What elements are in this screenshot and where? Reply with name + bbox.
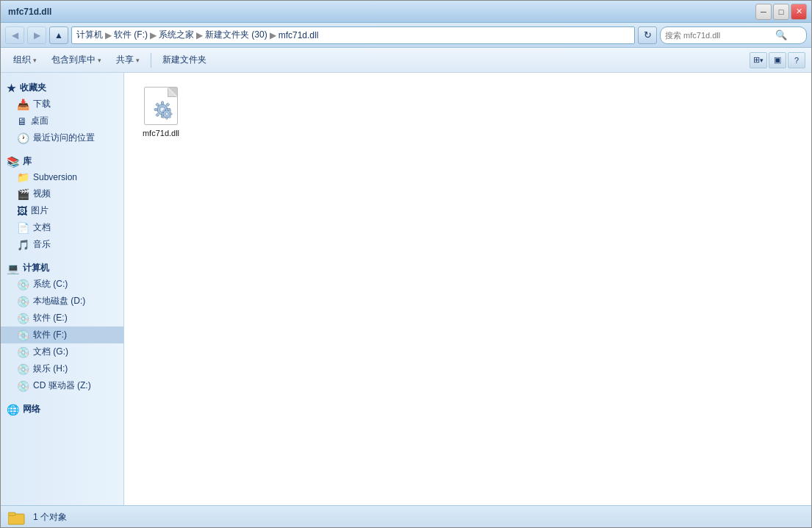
sidebar-item-recent[interactable]: 🕐 最近访问的位置	[1, 129, 123, 146]
forward-button[interactable]: ▶	[27, 26, 46, 44]
window-controls: ─ □ ✕	[755, 4, 807, 20]
library-label: 库	[23, 155, 32, 168]
desktop-icon: 🖥	[17, 115, 27, 127]
breadcrumb-folder1[interactable]: 系统之家	[159, 29, 194, 41]
network-label: 网络	[23, 403, 40, 415]
pane-button[interactable]: ▣	[769, 52, 786, 68]
sidebar: ★ 收藏夹 📥 下载 🖥 桌面 🕐 最近访问的位置 📚 库 📁 Subversi…	[1, 73, 124, 505]
include-library-button[interactable]: 包含到库中 ▾	[45, 51, 108, 69]
sidebar-item-video[interactable]: 🎬 视频	[1, 185, 123, 202]
gear-icon	[148, 96, 176, 123]
sidebar-item-g[interactable]: 💿 文档 (G:)	[1, 343, 123, 360]
breadcrumb[interactable]: 计算机 ▶ 软件 (F:) ▶ 系统之家 ▶ 新建文件夹 (30) ▶ mfc7…	[71, 26, 635, 44]
svg-rect-2	[162, 101, 164, 104]
drive-z-label: CD 驱动器 (Z:)	[33, 379, 91, 392]
video-label: 视频	[33, 188, 51, 200]
sidebar-item-h[interactable]: 💿 娱乐 (H:)	[1, 360, 123, 377]
refresh-button[interactable]: ↻	[638, 26, 657, 44]
sidebar-item-pictures[interactable]: 🖼 图片	[1, 202, 123, 219]
file-area: mfc71d.dll	[124, 73, 811, 505]
favorites-label: 收藏夹	[20, 82, 46, 94]
statusbar-folder-icon	[8, 510, 26, 525]
share-button[interactable]: 共享 ▾	[109, 51, 146, 69]
main-area: ★ 收藏夹 📥 下载 🖥 桌面 🕐 最近访问的位置 📚 库 📁 Subversi…	[1, 73, 811, 505]
view-icon-button[interactable]: ⊞ ▾	[750, 52, 767, 68]
breadcrumb-folder2[interactable]: 新建文件夹 (30)	[205, 29, 267, 41]
titlebar: mfc71d.dll ─ □ ✕	[1, 1, 811, 23]
file-item-mfc71d[interactable]: mfc71d.dll	[132, 80, 190, 143]
drive-h-label: 娱乐 (H:)	[33, 363, 68, 375]
network-header: 🌐 网络	[1, 400, 123, 417]
drive-f-label: 软件 (F:)	[33, 329, 67, 341]
status-text: 1 个对象	[33, 511, 67, 524]
music-icon: 🎵	[17, 239, 29, 251]
sidebar-item-docs[interactable]: 📄 文档	[1, 219, 123, 236]
desktop-label: 桌面	[31, 115, 48, 127]
pictures-icon: 🖼	[17, 205, 27, 217]
drive-c-label: 系统 (C:)	[33, 278, 68, 290]
sidebar-item-e[interactable]: 💿 软件 (E:)	[1, 310, 123, 327]
breadcrumb-current[interactable]: mfc71d.dll	[279, 30, 319, 40]
divider1	[1, 146, 123, 152]
download-label: 下载	[33, 98, 51, 110]
breadcrumb-drive[interactable]: 软件 (F:)	[114, 29, 148, 41]
sidebar-item-music[interactable]: 🎵 音乐	[1, 236, 123, 253]
sidebar-item-download[interactable]: 📥 下载	[1, 96, 123, 113]
drive-f-icon: 💿	[17, 329, 29, 341]
divider2	[1, 253, 123, 259]
close-button[interactable]: ✕	[791, 4, 807, 20]
drive-g-label: 文档 (G:)	[33, 346, 68, 358]
svg-rect-13	[166, 117, 168, 119]
computer-header: 💻 计算机	[1, 259, 123, 276]
up-button[interactable]: ▲	[49, 26, 68, 44]
toolbar: 组织 ▾ 包含到库中 ▾ 共享 ▾ 新建文件夹 ⊞ ▾ ▣ ?	[1, 48, 811, 73]
maximize-button[interactable]: □	[773, 4, 789, 20]
docs-icon: 📄	[17, 222, 29, 234]
minimize-button[interactable]: ─	[755, 4, 772, 20]
svg-point-11	[165, 113, 168, 115]
drive-e-icon: 💿	[17, 313, 29, 324]
music-label: 音乐	[33, 238, 51, 251]
drive-h-icon: 💿	[17, 363, 29, 375]
subversion-label: Subversion	[33, 172, 77, 182]
status-bar: 1 个对象	[1, 505, 811, 528]
video-icon: 🎬	[17, 188, 29, 200]
new-folder-button[interactable]: 新建文件夹	[156, 51, 213, 69]
search-bar: 🔍	[660, 26, 807, 44]
file-name: mfc71d.dll	[143, 129, 179, 138]
window-title: mfc71d.dll	[8, 7, 51, 17]
toolbar-separator	[151, 53, 151, 68]
search-input[interactable]	[665, 31, 775, 40]
sidebar-item-d[interactable]: 💿 本地磁盘 (D:)	[1, 293, 123, 310]
svg-rect-15	[170, 113, 172, 115]
download-icon: 📥	[17, 99, 29, 110]
organize-button[interactable]: 组织 ▾	[7, 51, 43, 69]
address-bar: ◀ ▶ ▲ 计算机 ▶ 软件 (F:) ▶ 系统之家 ▶ 新建文件夹 (30) …	[1, 23, 811, 48]
sidebar-item-subversion[interactable]: 📁 Subversion	[1, 169, 123, 185]
share-arrow: ▾	[136, 57, 140, 64]
sidebar-item-z[interactable]: 💿 CD 驱动器 (Z:)	[1, 377, 123, 394]
sidebar-item-desktop[interactable]: 🖥 桌面	[1, 113, 123, 129]
help-button[interactable]: ?	[788, 52, 805, 68]
breadcrumb-computer[interactable]: 计算机	[76, 29, 103, 41]
recent-label: 最近访问的位置	[33, 132, 95, 144]
search-icon[interactable]: 🔍	[775, 29, 787, 40]
library-header: 📚 库	[1, 152, 123, 169]
include-arrow: ▾	[98, 57, 101, 64]
computer-label: 计算机	[23, 262, 49, 274]
docs-label: 文档	[33, 221, 51, 234]
drive-e-label: 软件 (E:)	[33, 312, 68, 324]
divider3	[1, 394, 123, 400]
back-button[interactable]: ◀	[5, 26, 24, 44]
svg-rect-14	[162, 113, 164, 115]
drive-c-icon: 💿	[17, 279, 29, 290]
drive-g-icon: 💿	[17, 346, 29, 358]
sidebar-item-c[interactable]: 💿 系统 (C:)	[1, 276, 123, 293]
drive-d-label: 本地磁盘 (D:)	[33, 295, 85, 307]
sidebar-item-f[interactable]: 💿 软件 (F:)	[1, 327, 123, 343]
favorites-icon: ★	[7, 82, 16, 94]
organize-arrow: ▾	[33, 57, 37, 64]
file-icon-wrapper	[140, 85, 182, 126]
favorites-header: ★ 收藏夹	[1, 79, 123, 96]
subversion-icon: 📁	[17, 171, 29, 183]
